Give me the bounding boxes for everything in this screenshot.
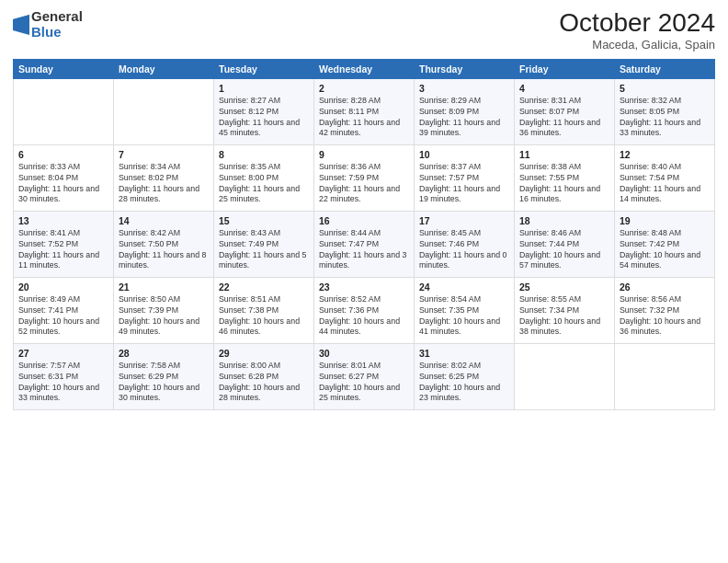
day-number: 28: [119, 348, 209, 359]
day-info: Sunrise: 8:27 AMSunset: 8:12 PMDaylight:…: [219, 96, 309, 140]
day-cell: 23Sunrise: 8:52 AMSunset: 7:36 PMDayligh…: [314, 277, 415, 343]
day-info: Sunrise: 8:43 AMSunset: 7:49 PMDaylight:…: [219, 228, 309, 272]
day-number: 21: [119, 282, 209, 293]
day-cell: 12Sunrise: 8:40 AMSunset: 7:54 PMDayligh…: [615, 144, 715, 211]
day-number: 7: [119, 149, 209, 160]
day-info: Sunrise: 8:01 AMSunset: 6:27 PMDaylight:…: [319, 361, 409, 405]
page: General Blue October 2024 Maceda, Galici…: [0, 0, 728, 563]
day-info: Sunrise: 8:02 AMSunset: 6:25 PMDaylight:…: [419, 361, 509, 405]
day-info: Sunrise: 8:32 AMSunset: 8:05 PMDaylight:…: [620, 96, 710, 140]
day-info: Sunrise: 8:34 AMSunset: 8:02 PMDaylight:…: [119, 162, 209, 206]
day-number: 10: [419, 149, 509, 160]
day-number: 17: [419, 215, 509, 226]
calendar-header: SundayMondayTuesdayWednesdayThursdayFrid…: [14, 59, 715, 78]
day-cell: [114, 78, 214, 144]
day-cell: 1Sunrise: 8:27 AMSunset: 8:12 PMDaylight…: [214, 78, 314, 144]
day-number: 6: [18, 149, 108, 160]
week-row-3: 20Sunrise: 8:49 AMSunset: 7:41 PMDayligh…: [14, 277, 715, 343]
day-info: Sunrise: 8:28 AMSunset: 8:11 PMDaylight:…: [319, 96, 409, 140]
day-cell: 6Sunrise: 8:33 AMSunset: 8:04 PMDaylight…: [14, 144, 114, 211]
day-cell: 14Sunrise: 8:42 AMSunset: 7:50 PMDayligh…: [114, 211, 214, 277]
day-info: Sunrise: 8:00 AMSunset: 6:28 PMDaylight:…: [219, 361, 309, 405]
logo-blue-text: Blue: [31, 25, 83, 40]
day-number: 11: [519, 149, 609, 160]
day-number: 29: [219, 348, 309, 359]
day-cell: 8Sunrise: 8:35 AMSunset: 8:00 PMDaylight…: [214, 144, 314, 211]
day-cell: 7Sunrise: 8:34 AMSunset: 8:02 PMDaylight…: [114, 144, 214, 211]
day-cell: 16Sunrise: 8:44 AMSunset: 7:47 PMDayligh…: [314, 211, 415, 277]
day-number: 9: [319, 149, 409, 160]
day-cell: 10Sunrise: 8:37 AMSunset: 7:57 PMDayligh…: [415, 144, 515, 211]
day-number: 20: [18, 282, 108, 293]
calendar-body: 1Sunrise: 8:27 AMSunset: 8:12 PMDaylight…: [14, 78, 715, 409]
day-info: Sunrise: 8:50 AMSunset: 7:39 PMDaylight:…: [119, 294, 209, 339]
logo: General Blue: [13, 9, 83, 40]
day-cell: 9Sunrise: 8:36 AMSunset: 7:59 PMDaylight…: [314, 144, 415, 211]
day-cell: 3Sunrise: 8:29 AMSunset: 8:09 PMDaylight…: [415, 78, 515, 144]
weekday-header-sunday: Sunday: [14, 59, 114, 78]
day-number: 22: [219, 282, 309, 293]
day-cell: 11Sunrise: 8:38 AMSunset: 7:55 PMDayligh…: [515, 144, 615, 211]
day-cell: 20Sunrise: 8:49 AMSunset: 7:41 PMDayligh…: [14, 277, 114, 343]
day-cell: 5Sunrise: 8:32 AMSunset: 8:05 PMDaylight…: [615, 78, 715, 144]
day-number: 1: [219, 83, 309, 94]
logo-general-text: General: [31, 9, 83, 25]
day-info: Sunrise: 8:35 AMSunset: 8:00 PMDaylight:…: [219, 162, 309, 206]
weekday-header-thursday: Thursday: [415, 59, 515, 78]
day-info: Sunrise: 8:29 AMSunset: 8:09 PMDaylight:…: [419, 96, 509, 140]
day-number: 23: [319, 282, 409, 293]
weekday-header-saturday: Saturday: [615, 59, 715, 78]
day-number: 14: [119, 215, 209, 226]
day-info: Sunrise: 7:57 AMSunset: 6:31 PMDaylight:…: [18, 361, 108, 405]
weekday-header-friday: Friday: [515, 59, 615, 78]
day-cell: 4Sunrise: 8:31 AMSunset: 8:07 PMDaylight…: [515, 78, 615, 144]
day-info: Sunrise: 8:40 AMSunset: 7:54 PMDaylight:…: [620, 162, 710, 206]
day-cell: 30Sunrise: 8:01 AMSunset: 6:27 PMDayligh…: [314, 343, 415, 409]
day-number: 5: [620, 83, 710, 94]
day-info: Sunrise: 8:37 AMSunset: 7:57 PMDaylight:…: [419, 162, 509, 206]
day-cell: 31Sunrise: 8:02 AMSunset: 6:25 PMDayligh…: [415, 343, 515, 409]
day-number: 31: [419, 348, 509, 359]
day-cell: 26Sunrise: 8:56 AMSunset: 7:32 PMDayligh…: [615, 277, 715, 343]
day-cell: [515, 343, 615, 409]
day-number: 15: [219, 215, 309, 226]
day-cell: 22Sunrise: 8:51 AMSunset: 7:38 PMDayligh…: [214, 277, 314, 343]
weekday-row: SundayMondayTuesdayWednesdayThursdayFrid…: [14, 59, 715, 78]
day-cell: 19Sunrise: 8:48 AMSunset: 7:42 PMDayligh…: [615, 211, 715, 277]
month-title: October 2024: [559, 9, 715, 38]
day-info: Sunrise: 8:52 AMSunset: 7:36 PMDaylight:…: [319, 294, 409, 339]
week-row-0: 1Sunrise: 8:27 AMSunset: 8:12 PMDaylight…: [14, 78, 715, 144]
day-number: 30: [319, 348, 409, 359]
week-row-4: 27Sunrise: 7:57 AMSunset: 6:31 PMDayligh…: [14, 343, 715, 409]
day-info: Sunrise: 8:36 AMSunset: 7:59 PMDaylight:…: [319, 162, 409, 206]
day-number: 16: [319, 215, 409, 226]
day-cell: 27Sunrise: 7:57 AMSunset: 6:31 PMDayligh…: [14, 343, 114, 409]
day-info: Sunrise: 8:55 AMSunset: 7:34 PMDaylight:…: [519, 294, 609, 339]
day-info: Sunrise: 8:46 AMSunset: 7:44 PMDaylight:…: [519, 228, 609, 272]
weekday-header-wednesday: Wednesday: [314, 59, 415, 78]
day-cell: 15Sunrise: 8:43 AMSunset: 7:49 PMDayligh…: [214, 211, 314, 277]
day-cell: 2Sunrise: 8:28 AMSunset: 8:11 PMDaylight…: [314, 78, 415, 144]
day-info: Sunrise: 8:33 AMSunset: 8:04 PMDaylight:…: [18, 162, 108, 206]
day-info: Sunrise: 8:31 AMSunset: 8:07 PMDaylight:…: [519, 96, 609, 140]
week-row-2: 13Sunrise: 8:41 AMSunset: 7:52 PMDayligh…: [14, 211, 715, 277]
weekday-header-tuesday: Tuesday: [214, 59, 314, 78]
logo-text: General Blue: [31, 9, 83, 40]
day-cell: 17Sunrise: 8:45 AMSunset: 7:46 PMDayligh…: [415, 211, 515, 277]
title-block: October 2024 Maceda, Galicia, Spain: [559, 9, 715, 52]
day-number: 24: [419, 282, 509, 293]
day-number: 25: [519, 282, 609, 293]
day-cell: 18Sunrise: 8:46 AMSunset: 7:44 PMDayligh…: [515, 211, 615, 277]
day-cell: 28Sunrise: 7:58 AMSunset: 6:29 PMDayligh…: [114, 343, 214, 409]
svg-marker-1: [13, 15, 29, 25]
day-info: Sunrise: 8:44 AMSunset: 7:47 PMDaylight:…: [319, 228, 409, 272]
day-number: 19: [620, 215, 710, 226]
header: General Blue October 2024 Maceda, Galici…: [13, 9, 715, 52]
day-cell: [14, 78, 114, 144]
day-number: 12: [620, 149, 710, 160]
day-info: Sunrise: 8:45 AMSunset: 7:46 PMDaylight:…: [419, 228, 509, 272]
calendar-table: SundayMondayTuesdayWednesdayThursdayFrid…: [13, 59, 715, 410]
logo-icon: [13, 15, 29, 35]
day-number: 2: [319, 83, 409, 94]
day-cell: 13Sunrise: 8:41 AMSunset: 7:52 PMDayligh…: [14, 211, 114, 277]
